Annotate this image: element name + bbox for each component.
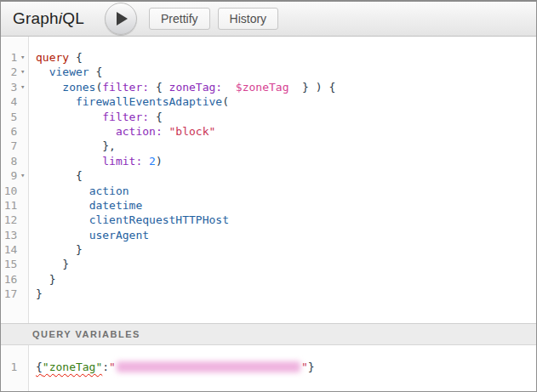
fold-spacer [17, 154, 28, 168]
line-number: 4 [1, 94, 17, 109]
code-token: query [36, 51, 69, 64]
fold-spacer [17, 272, 28, 287]
code-token: filter: [102, 111, 149, 123]
code-token: viewer [49, 65, 89, 78]
line-number: 11 [1, 198, 17, 213]
code-token: 2 [149, 155, 156, 168]
line-number: 14 [1, 242, 17, 257]
line-number: 17 [1, 287, 17, 301]
code-token: " [301, 361, 308, 373]
gutter-line: 15 [1, 257, 28, 271]
code-token: { [149, 111, 163, 123]
fold-spacer [17, 124, 28, 139]
code-token: { [36, 361, 43, 373]
gutter-line: 6 [1, 124, 28, 139]
code-line: {"zoneTag":""} [36, 360, 536, 374]
gutter-line: 9▾ [1, 168, 28, 183]
variables-editor-gutter: 1 [1, 345, 29, 391]
query-variables-label: QUERY VARIABLES [32, 329, 140, 339]
code-token: clientRequestHTTPHost [89, 213, 229, 226]
code-token [36, 111, 102, 123]
code-token: } ) { [288, 81, 335, 94]
gutter-line: 1▾ [1, 50, 28, 65]
code-token [163, 125, 169, 138]
code-token [36, 125, 116, 138]
query-code-lines[interactable]: query { viewer { zones(filter: { zoneTag… [29, 37, 536, 323]
graphiql-logo: GraphiQL [13, 9, 84, 28]
line-number: 1 [1, 50, 17, 65]
play-icon [117, 12, 128, 26]
line-number: 9 [1, 168, 17, 183]
code-line: query { [36, 50, 536, 65]
code-token: { [69, 51, 83, 64]
code-token: ( [222, 95, 229, 108]
fold-toggle-icon[interactable]: ▾ [17, 65, 28, 79]
line-number: 6 [1, 124, 17, 139]
code-token: zones [62, 81, 95, 94]
code-line: action: "block" [36, 124, 536, 139]
code-token [36, 155, 102, 168]
variables-code-lines[interactable]: {"zoneTag":""} [29, 345, 536, 391]
variables-editor[interactable]: 1 {"zoneTag":""} [1, 345, 536, 391]
code-token [36, 185, 89, 197]
code-token: { [36, 169, 83, 182]
code-token [36, 65, 49, 78]
line-number: 7 [1, 139, 17, 153]
fold-spacer [17, 257, 28, 271]
gutter-line: 2▾ [1, 65, 28, 79]
code-token: ) [156, 155, 163, 168]
line-number: 10 [1, 184, 17, 198]
line-number: 13 [1, 228, 17, 242]
code-line: zones(filter: { zoneTag: $zoneTag } ) { [36, 80, 536, 94]
execute-button[interactable] [105, 3, 137, 35]
gutter-line: 8 [1, 154, 28, 168]
code-token: "block" [169, 125, 216, 138]
gutter-line: 1 [1, 360, 28, 374]
code-line: } [36, 287, 536, 301]
code-token: datetime [89, 199, 143, 212]
code-token: : [102, 361, 109, 373]
code-token: zoneTag: [169, 81, 223, 94]
query-variables-title-bar[interactable]: QUERY VARIABLES [1, 323, 536, 345]
code-line: } [36, 242, 536, 257]
gutter-line: 17 [1, 287, 28, 301]
code-token: limit: [102, 155, 142, 168]
code-token: { [89, 65, 103, 78]
gutter-line: 11 [1, 198, 28, 213]
code-line: limit: 2) [36, 154, 536, 168]
code-token: filter: [102, 81, 149, 94]
line-number: 16 [1, 272, 17, 287]
fold-spacer [17, 184, 28, 198]
code-line: }, [36, 139, 536, 153]
code-token: }, [36, 139, 116, 152]
gutter-line: 10 [1, 184, 28, 198]
gutter-line: 4 [1, 94, 28, 109]
code-token [36, 81, 62, 94]
code-token: { [149, 81, 169, 94]
code-token [222, 81, 236, 94]
code-token [36, 199, 89, 212]
code-token [36, 95, 76, 108]
gutter-line: 5 [1, 110, 28, 124]
code-line: filter: { [36, 110, 536, 124]
line-number: 1 [1, 360, 17, 374]
fold-spacer [17, 287, 28, 301]
history-button[interactable]: History [218, 8, 279, 30]
query-editor[interactable]: 1▾2▾3▾456789▾1011121314151617 query { vi… [1, 37, 536, 323]
logo-text-end: QL [62, 9, 84, 27]
fold-spacer [17, 242, 28, 257]
code-line: userAgent [36, 228, 536, 242]
redacted-value [117, 361, 300, 372]
gutter-line: 14 [1, 242, 28, 257]
code-line: } [36, 272, 536, 287]
query-editor-gutter: 1▾2▾3▾456789▾1011121314151617 [1, 37, 29, 323]
fold-toggle-icon[interactable]: ▾ [17, 168, 28, 183]
fold-toggle-icon[interactable]: ▾ [17, 50, 28, 65]
prettify-button[interactable]: Prettify [149, 8, 210, 30]
code-token: action [89, 185, 129, 197]
line-number: 12 [1, 213, 17, 227]
code-token: userAgent [89, 229, 149, 241]
gutter-line: 12 [1, 213, 28, 227]
code-line: datetime [36, 198, 536, 213]
fold-toggle-icon[interactable]: ▾ [17, 80, 28, 94]
